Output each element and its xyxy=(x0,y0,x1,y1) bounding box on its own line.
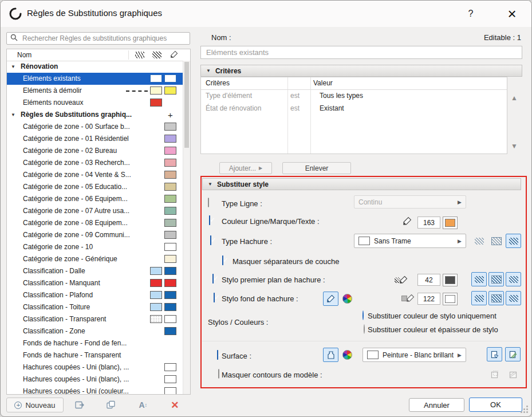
help-button[interactable]: ? xyxy=(463,7,478,21)
rename-button[interactable]: A↕ xyxy=(136,398,151,412)
color-swatch xyxy=(164,219,176,227)
list-item-row[interactable]: Hachures coupées - Uni (blanc), ... xyxy=(7,361,183,373)
transfer-settings-button[interactable] xyxy=(72,398,87,412)
list-item-row[interactable]: Hachures coupées - Uni (blanc), ... xyxy=(7,373,183,385)
value-column-header[interactable]: Valeur xyxy=(313,77,333,89)
cut-fill-toggle[interactable] xyxy=(488,272,504,286)
name-column-header[interactable]: Nom xyxy=(17,51,31,59)
cancel-button[interactable]: Annuler xyxy=(409,398,464,412)
list-item-row[interactable]: Catégorie de zone - 05 Educatio... xyxy=(7,181,183,193)
fg-pen-number-input[interactable] xyxy=(417,274,440,286)
list-item-row[interactable]: Catégorie de zone - 00 Surface b... xyxy=(7,121,183,133)
hide-contours-checkbox[interactable] xyxy=(218,369,219,379)
cut-fill-toggle[interactable] xyxy=(488,234,504,248)
list-item-row[interactable]: Catégorie de zone - 10 xyxy=(7,241,183,253)
bg-pen-number-input[interactable] xyxy=(417,293,440,305)
draft-fill-toggle[interactable] xyxy=(471,291,487,305)
list-group-row[interactable]: ▼Rénovation xyxy=(7,61,183,73)
line-type-checkbox[interactable] xyxy=(208,198,209,207)
list-scrollbar[interactable] xyxy=(183,61,190,394)
search-input[interactable] xyxy=(21,34,186,43)
line-pen-color-button[interactable] xyxy=(443,217,458,229)
duplicate-button[interactable] xyxy=(104,398,119,412)
list-item-row[interactable]: Catégorie de zone - 09 Communi... xyxy=(7,229,183,241)
list-item-row[interactable]: Hachures coupées - Uni (couleur... xyxy=(7,385,183,394)
list-item-row[interactable]: Fonds de hachure - Fond de fen... xyxy=(7,337,183,349)
color-wheel-icon[interactable] xyxy=(342,294,352,304)
fg-pen-color-button[interactable] xyxy=(443,274,458,286)
fill-type-checkbox[interactable] xyxy=(210,235,211,245)
list-item-row[interactable]: Catégorie de zone - 08 Equipem... xyxy=(7,217,183,229)
new-rule-button[interactable]: + Nouveau xyxy=(6,398,64,412)
draft-fill-toggle[interactable] xyxy=(471,234,487,248)
criteria-section-header[interactable]: ▼ Critères xyxy=(200,65,522,77)
add-criteria-button[interactable]: Ajouter... ▶ xyxy=(219,162,272,174)
surface-section-toggle[interactable] xyxy=(505,347,521,361)
list-item-row[interactable]: Catégorie de zone - 04 Vente & S... xyxy=(7,169,183,181)
hide-contours-section-toggle[interactable] xyxy=(505,367,521,381)
row-label: Règles de Substitutions graphiq... xyxy=(21,111,132,119)
list-item-row[interactable]: Classification - Zone xyxy=(7,325,183,337)
pen-color-only-radio[interactable] xyxy=(362,310,364,320)
criteria-column-header[interactable]: Critères xyxy=(206,77,230,89)
cover-fill-icon xyxy=(509,295,518,302)
ok-button[interactable]: OK xyxy=(469,398,522,412)
list-header[interactable]: Nom xyxy=(7,49,190,61)
hide-contours-3d-toggle[interactable] xyxy=(487,367,502,381)
surface-dropdown[interactable]: Peinture - Blanc brillant ▶ xyxy=(362,348,466,362)
color-swatch xyxy=(164,86,176,95)
pen-set-button[interactable] xyxy=(323,292,338,306)
list-item-row[interactable]: Classification - Manquant xyxy=(7,277,183,289)
list-item-row[interactable]: Classification - Toiture xyxy=(7,301,183,313)
resize-grip[interactable] xyxy=(520,405,528,413)
close-button[interactable]: × xyxy=(501,3,523,24)
cover-fill-toggle[interactable] xyxy=(506,272,521,286)
cover-fill-toggle[interactable] xyxy=(506,291,521,305)
list-item-row[interactable]: Catégorie de zone - 07 Autre usa... xyxy=(7,205,183,217)
editable-count-label: Editable : 1 xyxy=(484,33,521,42)
hide-skin-separators-checkbox[interactable] xyxy=(222,255,223,265)
draft-fill-toggle[interactable] xyxy=(471,272,487,286)
criteria-value[interactable]: Tous les types xyxy=(320,90,363,102)
bg-pen-color-button[interactable] xyxy=(443,293,458,305)
line-pen-number-input[interactable] xyxy=(417,217,440,229)
list-item-row[interactable]: Catégorie de zone - 02 Bureau xyxy=(7,145,183,157)
cover-fill-toggle[interactable] xyxy=(506,234,521,248)
criteria-row[interactable]: État de rénovation est Existant xyxy=(201,103,507,115)
fg-pen-checkbox[interactable] xyxy=(212,274,214,284)
color-wheel-icon[interactable] xyxy=(342,350,352,360)
rule-name-input[interactable] xyxy=(200,46,522,59)
list-item-row[interactable]: Eléments existants xyxy=(7,73,183,85)
list-item-row[interactable]: Classification - Transparent xyxy=(7,313,183,325)
surface-checkbox[interactable] xyxy=(217,350,218,360)
list-item-row[interactable]: Catégorie de zone - 06 Equipem... xyxy=(7,193,183,205)
list-item-row[interactable]: Fonds de hachure - Transparent xyxy=(7,349,183,361)
move-down-button[interactable]: ▼ xyxy=(511,142,518,150)
bg-pen-checkbox[interactable] xyxy=(214,293,215,302)
surface-3d-toggle[interactable] xyxy=(487,347,502,361)
line-color-checkbox[interactable] xyxy=(209,215,210,225)
list-item-row[interactable]: Catégorie de zone - Générique xyxy=(7,253,183,265)
collapse-triangle-icon[interactable]: ▼ xyxy=(11,61,15,73)
surface-catalog-button[interactable] xyxy=(323,348,338,362)
move-up-button[interactable]: ▲ xyxy=(511,94,518,102)
criteria-row[interactable]: Type d'élément est Tous les types xyxy=(201,90,507,102)
scrollbar-thumb[interactable] xyxy=(184,62,189,148)
override-section-header[interactable]: ▼ Substituer style xyxy=(202,178,521,190)
pen-color-weight-radio[interactable] xyxy=(364,324,365,334)
list-group-row[interactable]: ▼Règles de Substitutions graphiq...+ xyxy=(7,109,183,121)
search-box[interactable] xyxy=(6,32,190,45)
list-item-row[interactable]: Catégorie de zone - 03 Recherch... xyxy=(7,157,183,169)
list-item-row[interactable]: Classification - Plafond xyxy=(7,289,183,301)
criteria-value[interactable]: Existant xyxy=(320,103,344,115)
remove-criteria-button[interactable]: Enlever xyxy=(282,162,351,174)
delete-button[interactable]: ✕ xyxy=(167,398,182,412)
fill-type-dropdown[interactable]: Sans Trame ▶ xyxy=(354,234,466,248)
list-item-row[interactable]: Classification - Dalle xyxy=(7,265,183,277)
list-item-row[interactable]: Catégorie de zone - 01 Résidentiel xyxy=(7,133,183,145)
list-item-row[interactable]: Eléments à démolir xyxy=(7,85,183,97)
collapse-triangle-icon[interactable]: ▼ xyxy=(11,109,15,121)
add-rule-button[interactable]: + xyxy=(168,109,173,121)
cut-fill-toggle[interactable] xyxy=(488,291,504,305)
list-item-row[interactable]: Eléments nouveaux xyxy=(7,97,183,109)
